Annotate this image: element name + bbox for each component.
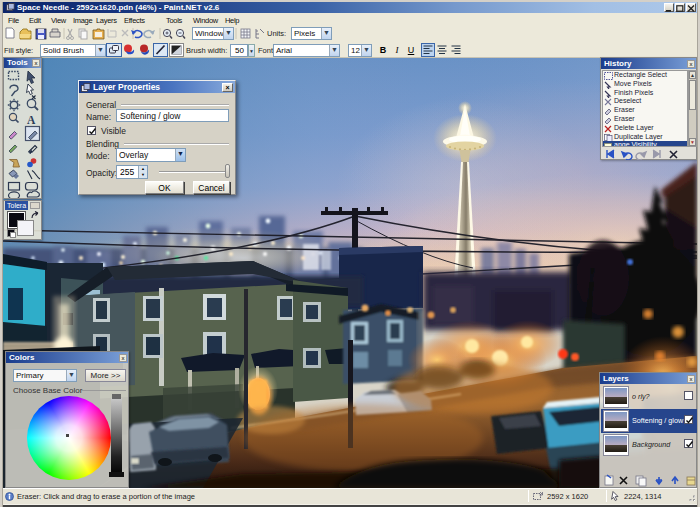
svg-text:A: A	[27, 114, 36, 126]
